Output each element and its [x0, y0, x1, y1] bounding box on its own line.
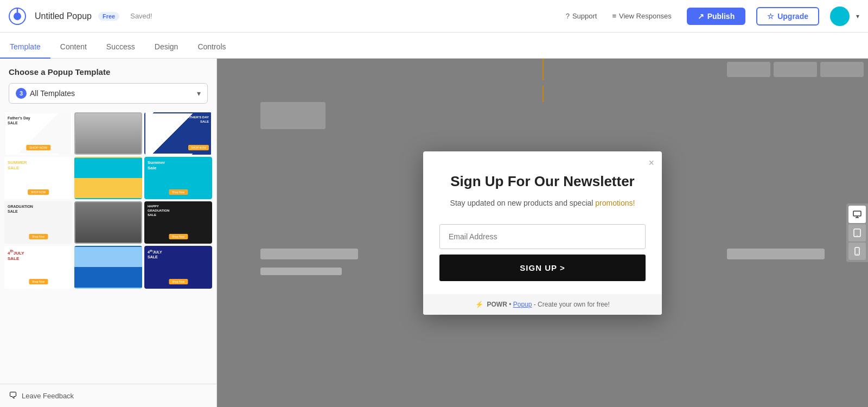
mobile-view-button[interactable] [848, 243, 866, 260]
svg-point-7 [857, 235, 858, 236]
tab-success[interactable]: Success [97, 36, 145, 59]
popup-link[interactable]: Popup [513, 301, 532, 308]
template-item[interactable]: HAPPYGRADUATIONSALE Shop Now [144, 201, 212, 244]
app-header: Untitled Popup Free Saved! ? Support ≡ V… [0, 0, 868, 33]
app-title: Untitled Popup [35, 11, 92, 21]
dropdown-chevron-icon: ▾ [197, 89, 201, 98]
popup-subtitle: Stay updated on new products and special… [439, 198, 646, 209]
popup-overlay: × Sign Up For Our Newsletter Stay update… [217, 59, 868, 407]
sidebar: Choose a Popup Template 3 All Templates … [0, 59, 217, 407]
svg-rect-3 [853, 211, 861, 216]
signup-button[interactable]: SIGN UP > [439, 255, 646, 281]
template-item[interactable] [74, 112, 142, 155]
tab-template[interactable]: Template [0, 36, 50, 59]
free-badge: Free [98, 12, 119, 21]
template-item[interactable] [74, 201, 142, 244]
list-icon: ≡ [612, 12, 616, 20]
main-layout: Choose a Popup Template 3 All Templates … [0, 59, 868, 407]
tab-controls[interactable]: Controls [188, 36, 235, 59]
device-icons-panel [846, 204, 868, 262]
upgrade-button[interactable]: ☆ Upgrade [756, 7, 819, 26]
popup-footer: ⚡ POWR • Popup - Create your own for fre… [423, 294, 662, 315]
template-item[interactable] [74, 157, 142, 199]
star-icon: ☆ [767, 12, 774, 21]
user-avatar[interactable] [830, 7, 850, 26]
powr-brand: POWR [487, 301, 507, 308]
popup-title: Sign Up For Our Newsletter [439, 173, 646, 190]
sidebar-header: Choose a Popup Template 3 All Templates … [0, 59, 216, 108]
saved-status: Saved! [130, 12, 152, 20]
tab-design[interactable]: Design [145, 36, 188, 59]
template-filter-dropdown[interactable]: 3 All Templates ▾ [9, 83, 208, 104]
desktop-icon [853, 210, 861, 219]
leave-feedback-button[interactable]: 🗨 Leave Feedback [0, 384, 216, 407]
popup-modal: × Sign Up For Our Newsletter Stay update… [423, 151, 662, 315]
template-grid: Father's Day SALE SHOP NOW FATHER'S DAY … [0, 108, 216, 384]
svg-point-9 [857, 253, 858, 255]
template-item[interactable]: SummerSale Shop Now [144, 157, 212, 199]
template-item[interactable]: GRADUATIONSALE Shop Now [4, 201, 72, 244]
dropdown-label: All Templates [30, 89, 194, 98]
desktop-view-button[interactable] [848, 206, 866, 223]
mobile-icon [854, 247, 860, 256]
template-item[interactable]: 4thJULYSALE Shop Now [144, 246, 212, 288]
popup-body: Sign Up For Our Newsletter Stay updated … [423, 151, 662, 294]
powr-logo-icon: ⚡ [475, 301, 483, 308]
feedback-icon: 🗨 [9, 391, 17, 400]
leave-feedback-label: Leave Feedback [22, 392, 74, 400]
tab-bar: Template Content Success Design Controls [0, 33, 868, 59]
tab-content[interactable]: Content [50, 36, 97, 59]
user-menu-chevron[interactable]: ▾ [856, 12, 859, 20]
template-item[interactable]: Father's Day SALE SHOP NOW [4, 112, 72, 155]
popup-close-button[interactable]: × [648, 158, 654, 168]
publish-button[interactable]: ↗ Publish [687, 8, 746, 25]
canvas-area: Edit Mode Preview Mode × Sign Up For Our… [217, 59, 868, 407]
tablet-view-button[interactable] [848, 224, 866, 241]
support-link[interactable]: ? Support [566, 12, 597, 20]
footer-text: - Create your own for free! [534, 301, 610, 308]
template-item[interactable]: SUMMERSALE SHOP NOW [4, 157, 72, 199]
tablet-icon [853, 228, 861, 237]
app-logo [9, 8, 26, 25]
view-responses-link[interactable]: ≡ View Responses [612, 12, 671, 20]
template-item[interactable] [74, 246, 142, 288]
template-item[interactable]: 4thJULYSALE Shop Now [4, 246, 72, 288]
publish-icon: ↗ [698, 12, 704, 21]
footer-separator: • [509, 301, 513, 308]
question-icon: ? [566, 12, 570, 20]
sidebar-title: Choose a Popup Template [9, 67, 208, 77]
email-input[interactable] [439, 224, 646, 249]
template-item[interactable]: FATHER'S DAY SALE SHOP NOW [144, 112, 212, 155]
svg-point-1 [14, 12, 21, 20]
dropdown-count: 3 [16, 88, 27, 99]
popup-subtitle-highlight: promotions! [595, 199, 635, 207]
